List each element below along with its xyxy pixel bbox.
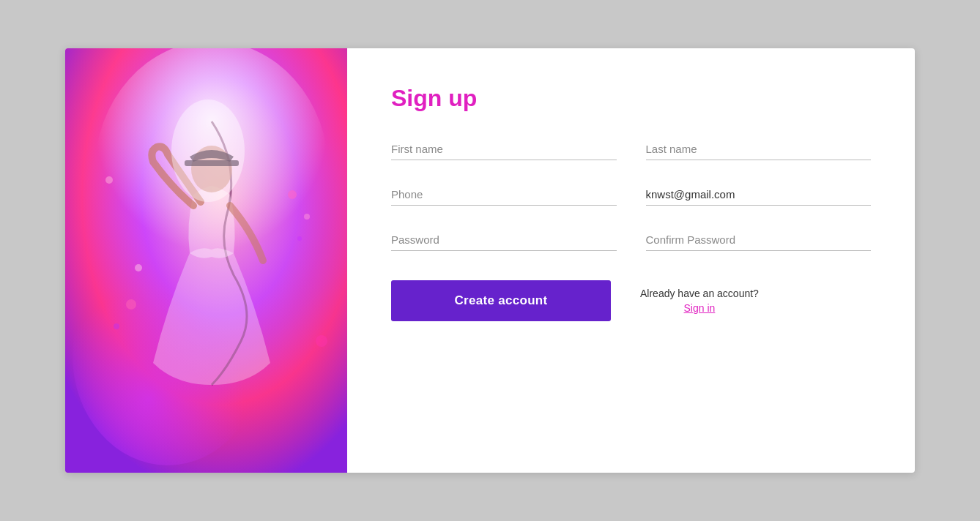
email-input[interactable] [646,184,872,206]
password-field [391,229,617,251]
first-name-field [391,138,617,160]
phone-input[interactable] [391,184,617,206]
name-row [391,138,871,160]
svg-point-12 [105,176,113,184]
svg-point-6 [304,214,310,220]
svg-point-13 [171,100,245,202]
first-name-input[interactable] [391,138,617,160]
svg-point-11 [316,335,327,347]
last-name-input[interactable] [646,138,872,160]
confirm-password-input[interactable] [646,229,872,251]
confirm-password-field [646,229,872,251]
hero-illustration [65,48,347,473]
password-row [391,229,871,251]
hero-image [65,48,347,473]
already-account-text: Already have an account? [640,288,759,299]
svg-point-5 [288,190,297,199]
svg-point-7 [297,236,302,241]
svg-point-8 [126,299,136,310]
create-account-button[interactable]: Create account [391,280,611,321]
email-field [646,184,872,206]
signup-card: Sign up [65,48,915,473]
password-input[interactable] [391,229,617,251]
contact-row [391,184,871,206]
page-title: Sign up [391,85,871,112]
sign-in-area: Already have an account? Sign in [640,288,759,314]
last-name-field [646,138,872,160]
phone-field [391,184,617,206]
signup-form: Sign up [347,48,915,473]
svg-point-9 [114,323,119,329]
action-row: Create account Already have an account? … [391,280,871,321]
svg-point-10 [135,264,142,271]
sign-in-link[interactable]: Sign in [640,302,759,314]
